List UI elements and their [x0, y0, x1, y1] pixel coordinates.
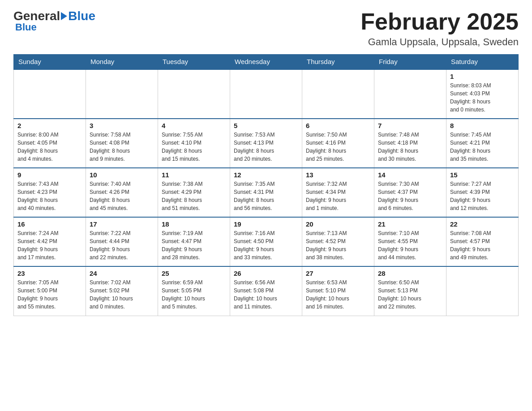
day-info: Sunrise: 7:48 AMSunset: 4:18 PMDaylight:…	[378, 131, 442, 163]
day-info: Sunrise: 6:50 AMSunset: 5:13 PMDaylight:…	[378, 278, 442, 311]
calendar-week-row: 16Sunrise: 7:24 AMSunset: 4:42 PMDayligh…	[14, 217, 519, 266]
table-row	[86, 69, 158, 119]
day-info: Sunrise: 6:59 AMSunset: 5:05 PMDaylight:…	[162, 278, 226, 311]
day-info: Sunrise: 7:32 AMSunset: 4:34 PMDaylight:…	[306, 180, 370, 212]
table-row: 14Sunrise: 7:30 AMSunset: 4:37 PMDayligh…	[374, 168, 446, 217]
calendar-table: Sunday Monday Tuesday Wednesday Thursday…	[13, 54, 519, 316]
day-number: 28	[378, 270, 442, 277]
day-info: Sunrise: 7:35 AMSunset: 4:31 PMDaylight:…	[234, 180, 298, 212]
location-subtitle: Gamla Uppsala, Uppsala, Sweden	[360, 36, 519, 48]
table-row: 3Sunrise: 7:58 AMSunset: 4:08 PMDaylight…	[86, 119, 158, 168]
table-row: 4Sunrise: 7:55 AMSunset: 4:10 PMDaylight…	[158, 119, 230, 168]
calendar-header-row: Sunday Monday Tuesday Wednesday Thursday…	[14, 54, 519, 69]
month-title: February 2025	[360, 9, 519, 34]
day-number: 5	[234, 122, 298, 129]
day-number: 15	[450, 171, 515, 179]
calendar-week-row: 2Sunrise: 8:00 AMSunset: 4:05 PMDaylight…	[14, 119, 519, 168]
day-info: Sunrise: 7:38 AMSunset: 4:29 PMDaylight:…	[162, 180, 226, 212]
day-info: Sunrise: 7:55 AMSunset: 4:10 PMDaylight:…	[162, 131, 226, 163]
day-info: Sunrise: 6:53 AMSunset: 5:10 PMDaylight:…	[306, 278, 370, 311]
day-number: 13	[306, 171, 370, 179]
day-info: Sunrise: 8:00 AMSunset: 4:05 PMDaylight:…	[17, 131, 82, 163]
page-header: GeneralBlue Blue February 2025 Gamla Upp…	[13, 9, 519, 48]
day-number: 27	[306, 270, 370, 277]
table-row	[302, 69, 374, 119]
day-number: 24	[90, 270, 154, 277]
table-row: 6Sunrise: 7:50 AMSunset: 4:16 PMDaylight…	[302, 119, 374, 168]
day-info: Sunrise: 6:56 AMSunset: 5:08 PMDaylight:…	[234, 278, 298, 311]
table-row: 2Sunrise: 8:00 AMSunset: 4:05 PMDaylight…	[14, 119, 86, 168]
col-wednesday: Wednesday	[230, 54, 302, 69]
table-row: 9Sunrise: 7:43 AMSunset: 4:23 PMDaylight…	[14, 168, 86, 217]
table-row: 22Sunrise: 7:08 AMSunset: 4:57 PMDayligh…	[446, 217, 519, 266]
table-row: 24Sunrise: 7:02 AMSunset: 5:02 PMDayligh…	[86, 266, 158, 316]
col-tuesday: Tuesday	[158, 54, 230, 69]
table-row: 5Sunrise: 7:53 AMSunset: 4:13 PMDaylight…	[230, 119, 302, 168]
day-number: 25	[162, 270, 226, 277]
day-number: 17	[90, 220, 154, 228]
table-row: 8Sunrise: 7:45 AMSunset: 4:21 PMDaylight…	[446, 119, 519, 168]
day-number: 3	[90, 122, 154, 129]
day-number: 6	[306, 122, 370, 129]
day-info: Sunrise: 7:22 AMSunset: 4:44 PMDaylight:…	[90, 229, 154, 261]
day-info: Sunrise: 7:58 AMSunset: 4:08 PMDaylight:…	[90, 131, 154, 163]
table-row	[446, 266, 519, 316]
day-number: 12	[234, 171, 298, 179]
logo-underline: Blue	[15, 21, 37, 33]
table-row: 15Sunrise: 7:27 AMSunset: 4:39 PMDayligh…	[446, 168, 519, 217]
table-row: 10Sunrise: 7:40 AMSunset: 4:26 PMDayligh…	[86, 168, 158, 217]
day-info: Sunrise: 7:24 AMSunset: 4:42 PMDaylight:…	[17, 229, 82, 261]
day-info: Sunrise: 7:30 AMSunset: 4:37 PMDaylight:…	[378, 180, 442, 212]
logo-blue-text: Blue	[68, 9, 95, 23]
logo: GeneralBlue Blue	[13, 9, 95, 33]
day-number: 16	[17, 220, 82, 228]
day-number: 14	[378, 171, 442, 179]
col-thursday: Thursday	[302, 54, 374, 69]
col-saturday: Saturday	[446, 54, 519, 69]
day-info: Sunrise: 8:03 AMSunset: 4:03 PMDaylight:…	[450, 81, 515, 114]
day-number: 7	[378, 122, 442, 129]
day-info: Sunrise: 7:13 AMSunset: 4:52 PMDaylight:…	[306, 229, 370, 261]
table-row: 19Sunrise: 7:16 AMSunset: 4:50 PMDayligh…	[230, 217, 302, 266]
day-number: 8	[450, 122, 515, 129]
day-number: 19	[234, 220, 298, 228]
day-info: Sunrise: 7:02 AMSunset: 5:02 PMDaylight:…	[90, 278, 154, 311]
table-row	[14, 69, 86, 119]
table-row: 12Sunrise: 7:35 AMSunset: 4:31 PMDayligh…	[230, 168, 302, 217]
table-row: 27Sunrise: 6:53 AMSunset: 5:10 PMDayligh…	[302, 266, 374, 316]
table-row: 13Sunrise: 7:32 AMSunset: 4:34 PMDayligh…	[302, 168, 374, 217]
table-row: 23Sunrise: 7:05 AMSunset: 5:00 PMDayligh…	[14, 266, 86, 316]
table-row: 11Sunrise: 7:38 AMSunset: 4:29 PMDayligh…	[158, 168, 230, 217]
table-row	[374, 69, 446, 119]
table-row: 26Sunrise: 6:56 AMSunset: 5:08 PMDayligh…	[230, 266, 302, 316]
day-number: 22	[450, 220, 515, 228]
title-section: February 2025 Gamla Uppsala, Uppsala, Sw…	[360, 9, 519, 48]
col-monday: Monday	[86, 54, 158, 69]
day-info: Sunrise: 7:53 AMSunset: 4:13 PMDaylight:…	[234, 131, 298, 163]
day-info: Sunrise: 7:16 AMSunset: 4:50 PMDaylight:…	[234, 229, 298, 261]
table-row: 17Sunrise: 7:22 AMSunset: 4:44 PMDayligh…	[86, 217, 158, 266]
day-info: Sunrise: 7:10 AMSunset: 4:55 PMDaylight:…	[378, 229, 442, 261]
day-number: 11	[162, 171, 226, 179]
day-number: 20	[306, 220, 370, 228]
day-number: 9	[17, 171, 82, 179]
day-info: Sunrise: 7:08 AMSunset: 4:57 PMDaylight:…	[450, 229, 515, 261]
logo-triangle-icon	[61, 12, 67, 20]
day-info: Sunrise: 7:40 AMSunset: 4:26 PMDaylight:…	[90, 180, 154, 212]
calendar-week-row: 9Sunrise: 7:43 AMSunset: 4:23 PMDaylight…	[14, 168, 519, 217]
day-info: Sunrise: 7:43 AMSunset: 4:23 PMDaylight:…	[17, 180, 82, 212]
day-info: Sunrise: 7:19 AMSunset: 4:47 PMDaylight:…	[162, 229, 226, 261]
table-row: 21Sunrise: 7:10 AMSunset: 4:55 PMDayligh…	[374, 217, 446, 266]
table-row	[230, 69, 302, 119]
table-row: 20Sunrise: 7:13 AMSunset: 4:52 PMDayligh…	[302, 217, 374, 266]
day-number: 18	[162, 220, 226, 228]
calendar-week-row: 1Sunrise: 8:03 AMSunset: 4:03 PMDaylight…	[14, 69, 519, 119]
day-info: Sunrise: 7:27 AMSunset: 4:39 PMDaylight:…	[450, 180, 515, 212]
day-number: 2	[17, 122, 82, 129]
calendar-week-row: 23Sunrise: 7:05 AMSunset: 5:00 PMDayligh…	[14, 266, 519, 316]
day-number: 26	[234, 270, 298, 277]
table-row: 25Sunrise: 6:59 AMSunset: 5:05 PMDayligh…	[158, 266, 230, 316]
day-info: Sunrise: 7:45 AMSunset: 4:21 PMDaylight:…	[450, 131, 515, 163]
day-number: 4	[162, 122, 226, 129]
day-number: 1	[450, 73, 515, 80]
